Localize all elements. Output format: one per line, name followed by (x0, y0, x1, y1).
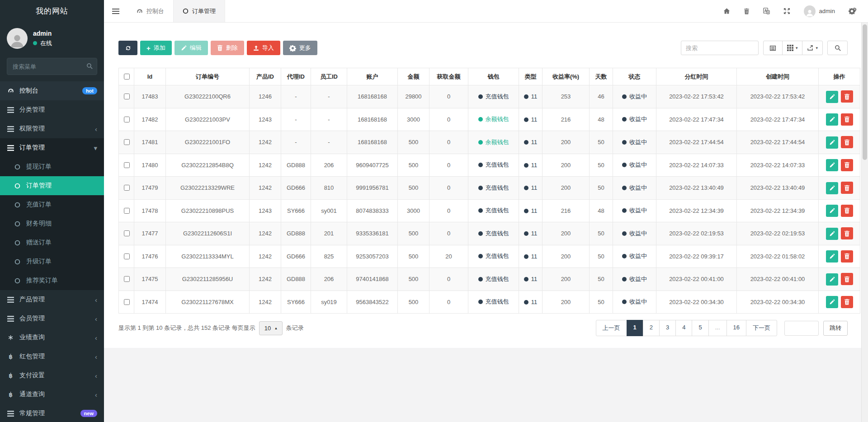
row-delete-button[interactable] (841, 182, 853, 194)
user-menu[interactable]: admin (804, 5, 835, 17)
pagination-page-3[interactable]: 3 (659, 320, 676, 336)
cell-rate: 200 (542, 222, 590, 245)
sidebar-item[interactable]: B通道查询‹ (0, 385, 104, 404)
translate-icon[interactable] (763, 8, 770, 14)
columns-button[interactable]: ▾ (782, 41, 803, 55)
sidebar-item[interactable]: 常规管理new (0, 404, 104, 422)
page-jump-input[interactable] (784, 321, 819, 336)
pagination-page-4[interactable]: 4 (675, 320, 692, 336)
row-delete-button[interactable] (841, 90, 853, 103)
home-icon[interactable] (723, 8, 730, 14)
row-delete-button[interactable] (841, 205, 853, 217)
row-checkbox[interactable] (124, 185, 130, 191)
delete-button[interactable]: 删除 (211, 41, 244, 55)
pagination-page-5[interactable]: 5 (692, 320, 708, 336)
sidebar-subitem[interactable]: 提现订单 (0, 157, 104, 176)
export-button[interactable]: ▾ (802, 41, 823, 55)
sidebar-item[interactable]: 产品管理‹ (0, 290, 104, 309)
sidebar-item[interactable]: 业绩查询‹ (0, 328, 104, 347)
cell-obtained: 0 (429, 222, 468, 245)
row-edit-button[interactable] (826, 228, 838, 240)
cell-id: 17474 (134, 291, 166, 314)
sidebar-subitem[interactable]: 财务明细 (0, 214, 104, 233)
cell-type: 11 (519, 85, 542, 108)
row-edit-button[interactable] (826, 273, 838, 286)
row-checkbox[interactable] (124, 208, 130, 214)
row-edit-button[interactable] (826, 205, 838, 217)
import-button[interactable]: 导入 (247, 41, 280, 55)
row-edit-button[interactable] (826, 91, 838, 103)
pagination-page-1[interactable]: 1 (627, 320, 643, 336)
sidebar-item[interactable]: B支付设置‹ (0, 366, 104, 385)
row-checkbox[interactable] (124, 299, 130, 305)
menu-search-input[interactable] (7, 58, 97, 75)
select-all-checkbox[interactable] (124, 74, 130, 80)
pagination-page-2[interactable]: 2 (643, 320, 660, 336)
wallet-dot-icon (478, 94, 483, 99)
sidebar-item[interactable]: 权限管理‹ (0, 119, 104, 138)
cell-obtained: 0 (429, 199, 468, 222)
chevron-left-icon: ‹ (95, 296, 97, 303)
cell-account: 8074838333 (347, 199, 398, 222)
row-checkbox[interactable] (124, 94, 130, 99)
row-checkbox[interactable] (124, 230, 130, 236)
cell-staff_id: sy001 (311, 199, 347, 222)
row-checkbox[interactable] (124, 276, 130, 282)
add-button[interactable]: +添加 (140, 41, 172, 55)
pagination-prev[interactable]: 上一页 (596, 320, 627, 336)
nav-tabs: 控制台订单管理 (127, 0, 225, 22)
sidebar-subitem[interactable]: 推荐奖订单 (0, 271, 104, 290)
refresh-button[interactable] (118, 41, 137, 55)
sidebar-subitem[interactable]: 赠送订单 (0, 233, 104, 252)
cell-status: 收益中 (613, 108, 656, 131)
edit-button[interactable]: 编辑 (175, 41, 208, 55)
scrollbar-thumb[interactable] (863, 24, 867, 160)
pagination-next[interactable]: 下一页 (746, 320, 777, 336)
fullscreen-icon[interactable] (783, 8, 790, 14)
detail-view-button[interactable] (763, 41, 783, 55)
settings-gears-icon[interactable] (849, 8, 855, 14)
sidebar-item[interactable]: B红包管理‹ (0, 347, 104, 366)
row-edit-button[interactable] (826, 136, 838, 149)
sidebar-subitem[interactable]: 充值订单 (0, 195, 104, 214)
row-checkbox[interactable] (124, 162, 130, 168)
row-delete-button[interactable] (841, 296, 853, 308)
row-edit-button[interactable] (826, 182, 838, 194)
pagination-page-16[interactable]: 16 (726, 320, 746, 336)
sidebar-toggle-button[interactable] (104, 0, 127, 22)
cell-obtained: 0 (429, 108, 468, 131)
row-checkbox[interactable] (124, 139, 130, 145)
cell-id: 17476 (134, 245, 166, 268)
table-search-input[interactable] (681, 41, 759, 55)
trash-icon[interactable] (744, 8, 750, 14)
scrollbar[interactable] (861, 23, 868, 422)
row-delete-button[interactable] (841, 227, 853, 239)
row-checkbox[interactable] (124, 253, 130, 259)
cell-obtained: 20 (429, 245, 468, 268)
row-delete-button[interactable] (841, 136, 853, 148)
sidebar-item[interactable]: 订单管理▾ (0, 138, 104, 157)
sidebar-subitem[interactable]: 升级订单 (0, 252, 104, 271)
sidebar-item[interactable]: 会员管理‹ (0, 309, 104, 328)
row-edit-button[interactable] (826, 159, 838, 171)
menu-list-icon (7, 316, 14, 322)
row-edit-button[interactable] (826, 250, 838, 263)
page-size-select[interactable]: 10 ▴ (259, 321, 283, 335)
more-button[interactable]: 更多 (283, 41, 317, 55)
row-checkbox[interactable] (124, 117, 130, 122)
sidebar-subitem[interactable]: 订单管理 (0, 176, 104, 195)
status-dot-icon (622, 163, 627, 167)
search-button[interactable] (827, 41, 848, 55)
row-delete-button[interactable] (841, 250, 853, 263)
type-dot-icon (524, 186, 528, 190)
row-edit-button[interactable] (826, 113, 838, 126)
tab-inactive[interactable]: 控制台 (127, 0, 173, 22)
row-delete-button[interactable] (841, 159, 853, 171)
tab-active[interactable]: 订单管理 (173, 0, 225, 22)
row-delete-button[interactable] (841, 273, 853, 285)
sidebar-item[interactable]: 分类管理 (0, 100, 104, 119)
row-delete-button[interactable] (841, 113, 853, 126)
sidebar-item[interactable]: 控制台hot (0, 81, 104, 100)
page-jump-button[interactable]: 跳转 (823, 321, 848, 336)
row-edit-button[interactable] (826, 296, 838, 308)
